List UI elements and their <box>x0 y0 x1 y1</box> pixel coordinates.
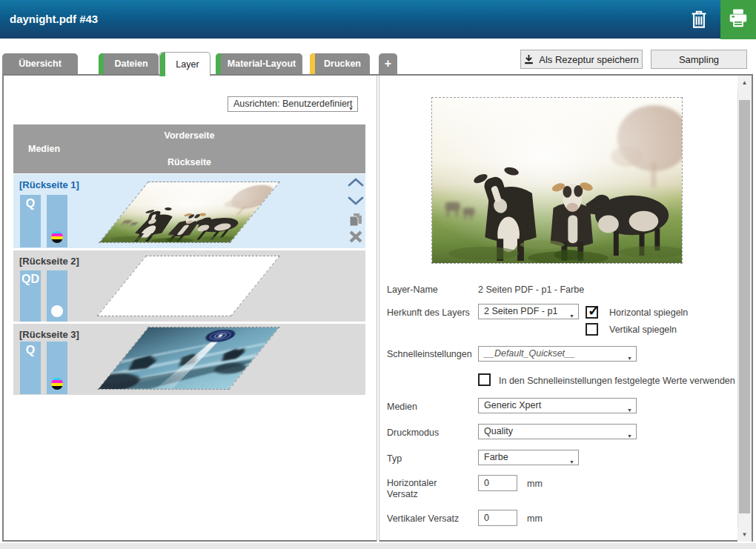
chevron-down-icon <box>348 196 364 209</box>
ink-badge-bar <box>47 342 67 394</box>
scroll-up-icon: ▲ <box>742 79 748 86</box>
tab-status-stripe <box>216 53 221 74</box>
print-mode-dropdown[interactable]: Quality ▼ <box>478 424 637 439</box>
ink-badge-bar <box>47 270 67 322</box>
media-value: Generic Xpert <box>484 400 541 410</box>
tab-label: Dateien <box>114 59 147 69</box>
use-quickset-values-checkbox[interactable] <box>478 373 491 386</box>
vertical-offset-unit: mm <box>527 513 543 524</box>
print-button[interactable] <box>720 0 756 39</box>
mirror-horizontal-label: Horizontal spiegeln <box>609 307 688 318</box>
print-mode-label: Druckmodus <box>387 427 439 439</box>
layer-origin-dropdown[interactable]: 2 Seiten PDF - p1 ▼ <box>478 304 579 319</box>
tab-add[interactable]: + <box>379 53 397 74</box>
tab-layer[interactable]: Layer <box>159 52 210 76</box>
layer-name-value: 2 Seiten PDF - p1 - Farbe <box>478 285 584 295</box>
close-x-icon <box>349 230 362 246</box>
horizontal-offset-label: Horizontaler Versatz <box>387 478 461 500</box>
download-icon <box>524 54 534 64</box>
vertical-offset-label: Vertikaler Versatz <box>387 513 468 525</box>
duplicate-icon <box>348 213 363 230</box>
cmyk-ink-icon <box>51 231 63 243</box>
tab-status-stripe <box>160 53 165 76</box>
tab-uebersicht[interactable]: Übersicht <box>2 53 78 74</box>
mirror-horizontal-checkbox[interactable]: ✓ <box>586 306 598 319</box>
chevron-down-icon: ▼ <box>569 309 574 319</box>
layer-origin-label: Herkunft des Layers <box>387 307 470 319</box>
quickset-dropdown[interactable]: __Default_Quickset__ ▼ <box>478 346 637 362</box>
layer-row-label: [Rückseite 2] <box>19 256 79 267</box>
trash-icon <box>688 20 710 33</box>
scroll-down-button[interactable]: ▼ <box>737 528 752 542</box>
chevron-down-icon: ▼ <box>627 429 632 439</box>
plus-icon: + <box>385 57 391 70</box>
type-label: Typ <box>387 453 402 465</box>
layer-list-header: Medien Vorderseite Rückseite <box>13 124 365 173</box>
print-mode-value: Quality <box>484 426 513 436</box>
move-layer-down-button[interactable] <box>347 196 365 208</box>
tab-drucken[interactable]: Drucken <box>310 53 370 74</box>
mirror-vertical-checkbox[interactable] <box>586 323 598 336</box>
tab-status-stripe <box>310 53 315 74</box>
tab-status-stripe <box>99 53 104 74</box>
chevron-down-icon: ▼ <box>569 455 574 465</box>
horizontal-offset-unit: mm <box>527 479 543 489</box>
save-as-recipe-label: Als Rezeptur speichern <box>539 54 638 65</box>
chevron-down-icon: ▼ <box>348 102 354 112</box>
tab-dateien[interactable]: Dateien <box>99 53 159 74</box>
horizontal-offset-input[interactable] <box>478 475 517 491</box>
layer-row-label: [Rückseite 3] <box>19 329 79 340</box>
scroll-up-button[interactable]: ▲ <box>737 76 752 90</box>
title-bar <box>0 0 756 39</box>
align-dropdown[interactable]: Ausrichten: Benutzerdefiniert ▼ <box>228 96 358 112</box>
column-front: Vorderseite <box>13 130 365 141</box>
printer-icon <box>727 8 749 32</box>
scroll-down-icon: ▼ <box>742 531 748 538</box>
quality-badge-bar: Q <box>20 342 41 394</box>
footer-strip <box>0 543 756 549</box>
layer-row-label: [Rückseite 1] <box>19 179 79 190</box>
sampling-button[interactable]: Sampling <box>651 50 747 69</box>
media-dropdown[interactable]: Generic Xpert ▼ <box>478 398 637 413</box>
cmyk-ink-icon <box>51 378 63 390</box>
panel-splitter[interactable] <box>377 76 379 542</box>
column-back: Rückseite <box>13 157 365 167</box>
quality-badge-bar: Q <box>20 195 41 247</box>
type-value: Farbe <box>484 452 508 462</box>
delete-layer-button[interactable] <box>348 231 364 244</box>
ink-badge-bar <box>47 195 67 247</box>
tab-label: Drucken <box>324 59 361 69</box>
media-label: Medien <box>387 402 417 413</box>
scrollbar-thumb[interactable] <box>739 100 750 513</box>
chevron-up-icon <box>348 177 364 190</box>
move-layer-up-button[interactable] <box>347 178 365 190</box>
quality-badge-bar: QD <box>20 270 41 322</box>
window-title: daynight.pdf #43 <box>10 0 98 39</box>
tab-label: Übersicht <box>19 59 62 69</box>
mirror-vertical-label: Vertikal spiegeln <box>609 325 677 335</box>
layer-name-label: Layer-Name <box>387 285 438 296</box>
column-media: Medien <box>28 144 60 154</box>
tab-label: Layer <box>176 59 199 70</box>
align-dropdown-value: Ausrichten: Benutzerdefiniert <box>233 99 353 109</box>
quickset-label: Schnelleinstellungen <box>387 349 472 360</box>
use-quickset-values-label: In den Schnelleinstellungen festgelegte … <box>499 376 735 386</box>
duplicate-layer-button[interactable] <box>346 213 364 228</box>
check-icon: ✓ <box>588 302 600 319</box>
tab-label: Material-Layout <box>228 59 296 69</box>
quality-badge: Q <box>20 197 41 210</box>
vertical-offset-input[interactable] <box>478 510 517 526</box>
quality-badge: Q <box>20 344 41 357</box>
chevron-down-icon: ▼ <box>627 403 632 413</box>
white-ink-icon <box>51 305 63 317</box>
quickset-value: __Default_Quickset__ <box>484 348 575 359</box>
save-as-recipe-button[interactable]: Als Rezeptur speichern <box>520 50 643 69</box>
layer-preview-image <box>431 97 683 264</box>
layer-origin-value: 2 Seiten PDF - p1 <box>484 306 557 316</box>
type-dropdown[interactable]: Farbe ▼ <box>478 450 579 465</box>
tab-material-layout[interactable]: Material-Layout <box>216 53 302 74</box>
sampling-label: Sampling <box>679 54 719 65</box>
quality-badge: QD <box>20 273 41 286</box>
delete-job-button[interactable] <box>688 8 710 30</box>
chevron-down-icon: ▼ <box>627 351 632 362</box>
